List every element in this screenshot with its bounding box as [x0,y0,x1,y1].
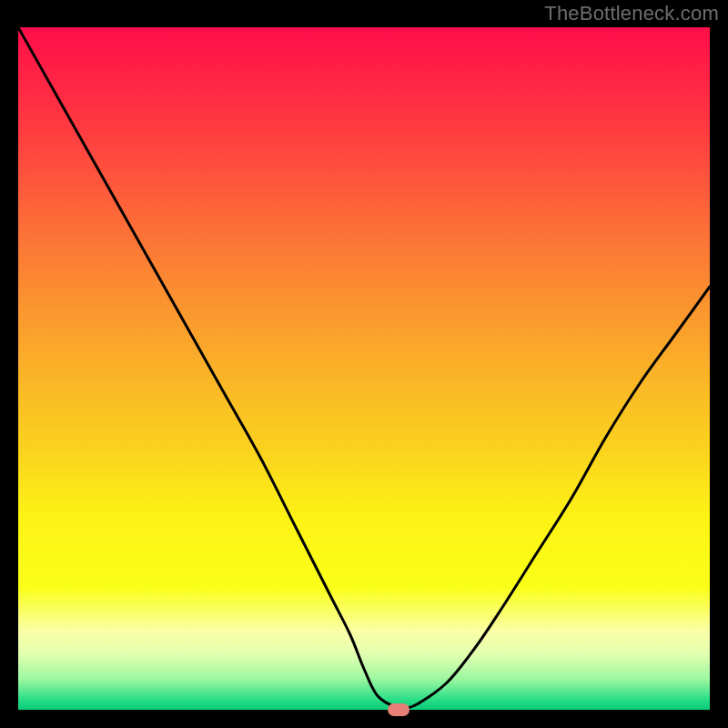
plot-area [18,27,710,710]
chart-background [18,27,710,710]
chart-svg [18,27,710,710]
watermark-label: TheBottleneck.com [544,2,719,25]
chart-frame: TheBottleneck.com [0,0,728,728]
optimal-marker [388,703,410,716]
